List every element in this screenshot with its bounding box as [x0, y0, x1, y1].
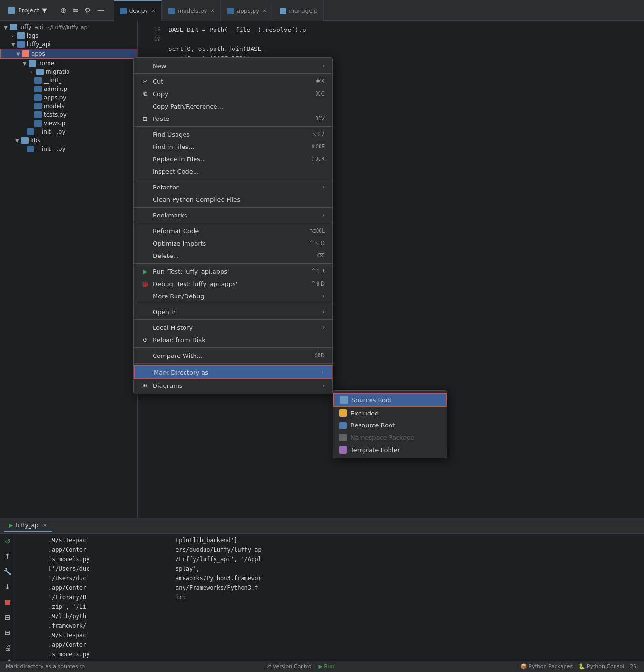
menu-item-bookmarks[interactable]: Bookmarks ›: [134, 209, 332, 221]
menu-new-left: New: [141, 62, 166, 69]
menu-item-refactor[interactable]: Refactor ›: [134, 181, 332, 193]
hint-right-python-pkg[interactable]: 📦 Python Packages: [520, 663, 573, 670]
more-run-arrow: ›: [322, 293, 325, 299]
editor-tabs: dev.py × models.py × apps.py × manage.p: [114, 0, 640, 21]
tab-dev-py[interactable]: dev.py ×: [114, 0, 162, 21]
tree-item-apps-py[interactable]: apps.py: [0, 93, 137, 102]
menu-item-debug-test[interactable]: 🐞 Debug 'Test: luffy_api.apps' ^⇧D: [134, 277, 332, 290]
bookmarks-icon: [141, 211, 149, 219]
ide-container: Project ▼ ⊕ ≡ ⚙ — dev.py × models.py × a…: [0, 0, 644, 672]
run-content: ↺ ↑ 🔧 ↓ ■ ⊟ ⊟ 🖨 📌 🗑 .9/site-pac tplotlib…: [0, 534, 644, 661]
menu-item-inspect-code[interactable]: Inspect Code...: [134, 165, 332, 178]
tab-manage-py[interactable]: manage.p: [274, 0, 324, 21]
init-libs-icon: [27, 146, 34, 152]
up-icon[interactable]: ↑: [3, 551, 12, 562]
find-usages-icon: [141, 130, 149, 138]
tree-item-views-py[interactable]: views.p: [0, 119, 137, 128]
hint-right-version-control[interactable]: ⎇ Version Control: [265, 663, 313, 670]
print-icon[interactable]: 🖨: [2, 642, 13, 653]
tree-item-apps[interactable]: ▼ apps: [0, 49, 137, 59]
tree-item-admin[interactable]: admin.p: [0, 85, 137, 93]
home-arrow: ▼: [23, 61, 29, 66]
sort-icon[interactable]: ⊟: [3, 627, 12, 638]
tree-item-migrations[interactable]: › migratio: [0, 68, 137, 76]
menu-item-compare-with[interactable]: Compare With... ⌘D: [134, 349, 332, 362]
menu-item-diagrams[interactable]: ≋ Diagrams ›: [134, 379, 332, 392]
run-tab-icon: ▶: [9, 522, 13, 529]
project-panel-button[interactable]: Project ▼: [4, 5, 50, 16]
menu-item-paste[interactable]: ⊡ Paste ⌘V: [134, 112, 332, 125]
collapse-all-icon[interactable]: ≡: [72, 6, 78, 15]
hint-right-python-console[interactable]: 🐍 Python Consol: [578, 663, 624, 670]
submenu-item-resource-root[interactable]: Resource Root: [333, 419, 447, 431]
rerun-icon[interactable]: ↺: [3, 535, 12, 547]
menu-item-find-usages[interactable]: Find Usages ⌥F7: [134, 128, 332, 140]
menu-item-reformat[interactable]: Reformat Code ⌥⌘L: [134, 225, 332, 237]
tree-item-libs[interactable]: ▼ libs: [0, 136, 137, 145]
namespace-icon: [339, 434, 347, 441]
admin-icon: [34, 86, 42, 92]
menu-item-replace-in-files[interactable]: Replace in Files... ⇧⌘R: [134, 153, 332, 165]
pin-icon[interactable]: 📌: [1, 657, 13, 661]
submenu-item-template[interactable]: Template Folder: [333, 444, 447, 456]
menu-item-delete[interactable]: Delete... ⌫: [134, 249, 332, 262]
menu-item-new[interactable]: New ›: [134, 59, 332, 72]
submenu-item-excluded[interactable]: Excluded: [333, 407, 447, 419]
menu-item-reload[interactable]: ↺ Reload from Disk: [134, 334, 332, 346]
expand-icon[interactable]: ⚙: [84, 6, 91, 15]
root-label: luffy_api: [19, 24, 43, 30]
wrench-icon[interactable]: 🔧: [1, 566, 13, 577]
tree-item-init-libs[interactable]: __init__.py: [0, 145, 137, 153]
menu-item-more-run[interactable]: More Run/Debug ›: [134, 290, 332, 302]
tab-close-dev[interactable]: ×: [151, 8, 155, 14]
hint-right-run[interactable]: ▶ Run: [318, 663, 334, 670]
tab-apps-py[interactable]: apps.py ×: [222, 0, 273, 21]
tab-models-py[interactable]: models.py ×: [163, 0, 221, 21]
tree-item-init-apps[interactable]: __init__.py: [0, 128, 137, 136]
local-history-left: Local History: [141, 324, 193, 331]
menu-item-clean-python[interactable]: Clean Python Compiled Files: [134, 193, 332, 206]
menu-item-open-in[interactable]: Open In ›: [134, 306, 332, 318]
stop-icon[interactable]: ■: [2, 596, 12, 608]
menu-item-cut[interactable]: ✂ Cut ⌘X: [134, 75, 332, 88]
root-folder-icon: [10, 24, 17, 30]
output-icon[interactable]: ⊟: [3, 612, 12, 623]
cut-icon: ✂: [141, 78, 149, 85]
debug-test-left: 🐞 Debug 'Test: luffy_api.apps': [141, 280, 237, 287]
tab-close-models[interactable]: ×: [210, 8, 215, 14]
run-line-2: .app/Conter ers/duoduo/Luffy/luffy_ap: [21, 545, 638, 554]
tree-item-models-py[interactable]: models: [0, 102, 137, 110]
refactor-icon: [141, 183, 149, 191]
mark-dir-label: Mark Directory as: [154, 369, 208, 376]
run-line-9: .9/lib/pyth: [21, 612, 638, 621]
menu-item-local-history[interactable]: Local History ›: [134, 321, 332, 334]
add-content-icon[interactable]: ⊕: [60, 6, 66, 15]
minimize-icon[interactable]: —: [97, 6, 105, 15]
open-in-left: Open In: [141, 308, 177, 316]
tree-item-home[interactable]: ▼ home: [0, 59, 137, 68]
menu-item-copy-path[interactable]: Copy Path/Reference...: [134, 100, 332, 112]
tree-item-logs[interactable]: › logs: [0, 31, 137, 40]
run-tab-close[interactable]: ×: [43, 522, 47, 528]
menu-item-copy[interactable]: ⧉ Copy ⌘C: [134, 88, 332, 100]
tree-item-luffy-api[interactable]: ▼ luffy_api: [0, 40, 137, 49]
compare-with-left: Compare With...: [141, 352, 203, 359]
tree-item-tests-py[interactable]: tests.py: [0, 110, 137, 119]
tab-close-apps[interactable]: ×: [262, 8, 266, 14]
run-tab-luffy-api[interactable]: ▶ luffy_api ×: [4, 520, 52, 532]
code-line-18: 18 BASE_DIR = Path(__file__).resolve().p: [138, 25, 644, 34]
down-icon[interactable]: ↓: [3, 581, 12, 593]
menu-item-mark-dir[interactable]: Mark Directory as ›: [134, 365, 332, 379]
code-line-19: 19: [138, 34, 644, 44]
run-line-13: is models.py: [21, 650, 638, 659]
tree-root[interactable]: ▼ luffy_api ~/Luffy/luffy_api: [0, 23, 137, 31]
tree-item-init-home[interactable]: __init_: [0, 76, 137, 85]
menu-item-run-test[interactable]: ▶ Run 'Test: luffy_api.apps' ^⇧R: [134, 265, 332, 277]
paste-shortcut: ⌘V: [315, 115, 325, 122]
submenu-item-sources-root[interactable]: Sources Root: [333, 393, 447, 407]
menu-item-optimize[interactable]: Optimize Imports ^⌥O: [134, 237, 332, 249]
menu-item-find-in-files[interactable]: Find in Files... ⇧⌘F: [134, 140, 332, 153]
cut-left: ✂ Cut: [141, 78, 163, 85]
paste-icon: ⊡: [141, 115, 149, 122]
delete-label: Delete...: [153, 252, 179, 259]
